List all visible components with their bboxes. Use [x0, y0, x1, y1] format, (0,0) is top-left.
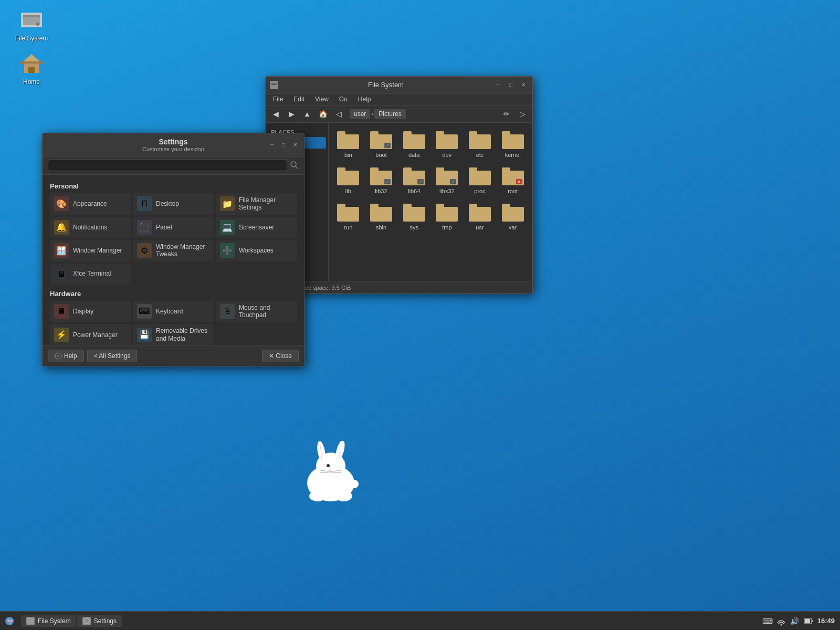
settings-search-input[interactable]	[48, 160, 287, 171]
settings-item-appearance[interactable]: 🎨Appearance	[50, 193, 131, 215]
svg-point-22	[335, 491, 352, 501]
settings-minimize-button[interactable]: ─	[267, 140, 277, 150]
file-item-libx32[interactable]: ↗libx32	[432, 163, 463, 197]
panel-icon: ⬛	[137, 220, 152, 235]
menu-file[interactable]: File	[269, 94, 287, 104]
settings-item-file-manager-settings[interactable]: 📁File Manager Settings	[216, 193, 297, 215]
settings-maximize-button[interactable]: □	[279, 140, 288, 150]
taskbar-app-filesystem[interactable]: File System	[21, 615, 76, 627]
file-item-bin[interactable]: bin	[333, 127, 364, 161]
svg-rect-86	[812, 620, 813, 622]
home-button[interactable]: 🏠	[316, 107, 330, 121]
svg-rect-74	[502, 207, 524, 222]
desktop-icon-home[interactable]: Home	[10, 49, 52, 88]
svg-rect-81	[27, 618, 34, 624]
svg-rect-3	[23, 15, 40, 17]
settings-item-screensaver[interactable]: 💻Screensaver	[216, 217, 297, 238]
folder-icon	[403, 130, 426, 150]
window-manager-icon: 🪟	[54, 243, 69, 258]
file-item-etc[interactable]: etc	[465, 127, 496, 161]
file-item-root[interactable]: ✕root	[497, 163, 528, 197]
folder-icon	[403, 203, 426, 223]
forward-button[interactable]: ▶	[285, 107, 298, 121]
settings-title: Settings	[159, 138, 187, 146]
prev-button[interactable]: ◁	[332, 107, 345, 121]
close-settings-button[interactable]: ✕ Close	[262, 350, 299, 362]
settings-item-display[interactable]: 🖥Display	[50, 301, 131, 322]
edit-button[interactable]: ✏	[500, 107, 513, 121]
file-item-proc[interactable]: proc	[465, 163, 496, 197]
svg-text:?: ?	[57, 354, 60, 359]
folder-label: proc	[474, 188, 485, 194]
display-icon: 🖥	[54, 304, 69, 319]
up-button[interactable]: ▲	[300, 107, 314, 121]
taskbar-tray: ⌨ 🔊 16:49	[758, 616, 840, 626]
folder-icon	[435, 203, 458, 223]
screensaver-label: Screensaver	[239, 224, 274, 231]
notifications-label: Notifications	[73, 224, 107, 231]
filesystem-titlebar[interactable]: File System ─ □ ✕	[266, 77, 532, 93]
svg-text:↗: ↗	[385, 180, 389, 184]
maximize-button[interactable]: □	[506, 80, 516, 90]
settings-item-keyboard[interactable]: ⌨Keyboard	[133, 301, 214, 322]
file-item-lib64[interactable]: ↗lib64	[398, 163, 429, 197]
menu-edit[interactable]: Edit	[289, 94, 309, 104]
settings-item-notifications[interactable]: 🔔Notifications	[50, 217, 131, 238]
all-settings-button[interactable]: < All Settings	[87, 350, 138, 362]
settings-item-desktop[interactable]: 🖥Desktop	[133, 193, 214, 215]
close-button[interactable]: ✕	[519, 80, 528, 90]
settings-grid-hardware: 🖥Display⌨Keyboard🖱Mouse and Touchpad⚡Pow…	[50, 301, 297, 345]
settings-body: Personal🎨Appearance🖥Desktop📁File Manager…	[43, 175, 304, 345]
svg-point-4	[36, 23, 39, 26]
breadcrumb-sep: ›	[371, 110, 373, 118]
mouse-touchpad-icon: 🖱	[220, 304, 235, 319]
file-item-run[interactable]: run	[333, 200, 364, 234]
folder-label: tmp	[442, 224, 452, 230]
settings-item-removable-drives[interactable]: 💾Removable Drives and Media	[133, 324, 214, 345]
desktop-icon-filesystem[interactable]: File System	[10, 5, 52, 44]
file-item-boot[interactable]: ↗boot	[366, 127, 397, 161]
folder-icon: ↗	[370, 130, 393, 150]
svg-point-15	[327, 464, 330, 467]
help-button[interactable]: ? Help	[48, 350, 84, 362]
file-item-lib[interactable]: lib	[333, 163, 364, 197]
settings-close-button[interactable]: ✕	[290, 140, 300, 150]
taskbar-app-settings[interactable]: Settings	[77, 615, 122, 627]
menu-view[interactable]: View	[311, 94, 333, 104]
settings-item-workspaces[interactable]: ➕Workspaces	[216, 240, 297, 261]
start-button[interactable]: 🐭	[3, 615, 16, 627]
xfce-terminal-label: Xfce Terminal	[73, 270, 111, 277]
svg-rect-70	[436, 207, 458, 222]
minimize-button[interactable]: ─	[494, 80, 503, 90]
menu-go[interactable]: Go	[335, 94, 352, 104]
home-icon-label: Home	[23, 78, 40, 86]
breadcrumb: user › Pictures	[348, 109, 498, 119]
file-item-var[interactable]: var	[497, 200, 528, 234]
folder-icon	[501, 203, 524, 223]
next-location-button[interactable]: ▷	[516, 107, 529, 121]
file-item-usr[interactable]: usr	[465, 200, 496, 234]
file-item-sbin[interactable]: sbin	[366, 200, 397, 234]
breadcrumb-pictures[interactable]: Pictures	[374, 109, 405, 119]
svg-rect-72	[469, 207, 491, 222]
file-item-kernel[interactable]: kernel	[497, 127, 528, 161]
settings-item-window-manager[interactable]: 🪟Window Manager	[50, 240, 131, 261]
file-item-lib32[interactable]: ↗lib32	[366, 163, 397, 197]
breadcrumb-user[interactable]: user	[350, 109, 370, 119]
menu-help[interactable]: Help	[354, 94, 375, 104]
settings-item-window-manager-tweaks[interactable]: ⚙Window Manager Tweaks	[133, 240, 214, 261]
folder-icon	[501, 130, 524, 150]
file-item-dev[interactable]: dev	[432, 127, 463, 161]
file-item-tmp[interactable]: tmp	[432, 200, 463, 234]
back-button[interactable]: ◀	[269, 107, 282, 121]
section-label-personal: Personal	[50, 182, 297, 190]
settings-item-panel[interactable]: ⬛Panel	[133, 217, 214, 238]
svg-point-23	[350, 480, 359, 488]
svg-point-82	[84, 618, 89, 624]
settings-item-power-manager[interactable]: ⚡Power Manager	[50, 324, 131, 345]
settings-item-xfce-terminal[interactable]: 🖥Xfce Terminal	[50, 264, 131, 285]
settings-item-mouse-touchpad[interactable]: 🖱Mouse and Touchpad	[216, 301, 297, 322]
file-item-data[interactable]: data	[398, 127, 429, 161]
file-item-sys[interactable]: sys	[398, 200, 429, 234]
svg-rect-64	[337, 207, 359, 222]
